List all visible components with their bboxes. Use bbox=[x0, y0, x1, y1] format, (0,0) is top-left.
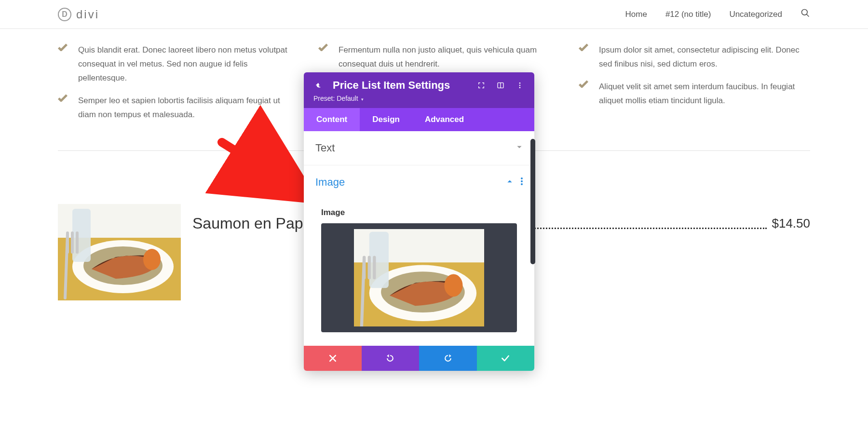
feature-col-3: Ipsum dolor sit amet, consectetur adipis… bbox=[579, 43, 810, 122]
svg-point-11 bbox=[519, 82, 521, 84]
svg-point-0 bbox=[802, 10, 808, 15]
check-icon bbox=[579, 43, 588, 53]
save-button[interactable] bbox=[477, 346, 535, 371]
feature-text: Ipsum dolor sit amet, consectetur adipis… bbox=[599, 43, 810, 71]
dish-title: Saumon en Papil bbox=[192, 215, 310, 232]
feature-col-1: Quis blandit erat. Donec laoreet libero … bbox=[58, 43, 289, 122]
svg-point-21 bbox=[444, 274, 462, 297]
svg-point-14 bbox=[521, 177, 523, 179]
preset-label: Preset: Default bbox=[313, 95, 358, 102]
nav-uncategorized[interactable]: Uncategorized bbox=[729, 10, 782, 19]
feature-text: Fermentum nulla non justo aliquet, quis … bbox=[339, 43, 550, 71]
tab-advanced[interactable]: Advanced bbox=[412, 108, 476, 131]
image-upload-well[interactable] bbox=[321, 223, 517, 332]
svg-point-12 bbox=[519, 85, 521, 86]
dish-price: $14.50 bbox=[772, 216, 810, 231]
feature-text: Quis blandit erat. Donec laoreet libero … bbox=[78, 43, 289, 85]
nav-page-12[interactable]: #12 (no title) bbox=[665, 10, 711, 19]
more-icon[interactable] bbox=[515, 81, 525, 89]
logo-mark-icon: D bbox=[58, 8, 71, 21]
svg-line-1 bbox=[807, 14, 809, 17]
svg-line-8 bbox=[222, 142, 299, 190]
dish-thumbnail bbox=[58, 204, 181, 300]
feature-item: Quis blandit erat. Donec laoreet libero … bbox=[58, 43, 289, 85]
svg-point-6 bbox=[143, 249, 161, 270]
svg-point-16 bbox=[521, 183, 523, 185]
svg-rect-22 bbox=[369, 232, 389, 288]
modal-tabs: Content Design Advanced bbox=[304, 108, 534, 131]
svg-point-13 bbox=[519, 87, 521, 88]
logo-text: divi bbox=[76, 8, 99, 21]
modal-header[interactable]: Price List Item Settings Preset: Default bbox=[304, 72, 534, 108]
nav-home[interactable]: Home bbox=[625, 10, 647, 19]
tab-design[interactable]: Design bbox=[360, 108, 412, 131]
modal-body: Text Image Image bbox=[304, 131, 534, 346]
check-icon bbox=[58, 94, 68, 104]
image-preview bbox=[354, 229, 484, 326]
svg-rect-7 bbox=[72, 209, 91, 262]
focus-mode-icon[interactable] bbox=[476, 81, 486, 89]
feature-item: Aliquet velit sit amet sem interdum fauc… bbox=[579, 80, 810, 108]
section-text[interactable]: Text bbox=[304, 131, 534, 165]
section-options-icon[interactable] bbox=[521, 177, 523, 187]
check-icon bbox=[579, 80, 588, 90]
chevron-down-icon bbox=[516, 144, 523, 152]
section-image[interactable]: Image bbox=[304, 165, 534, 199]
section-text-title: Text bbox=[315, 142, 335, 154]
svg-point-15 bbox=[521, 180, 523, 182]
caret-down-icon bbox=[361, 95, 364, 102]
image-field-label: Image bbox=[321, 208, 517, 217]
feature-text: Semper leo et sapien lobortis facilisis … bbox=[78, 94, 289, 122]
annotation-arrow-icon bbox=[217, 137, 313, 212]
redo-button[interactable] bbox=[419, 346, 477, 371]
undo-button[interactable] bbox=[362, 346, 420, 371]
feature-item: Ipsum dolor sit amet, consectetur adipis… bbox=[579, 43, 810, 71]
settings-modal: Price List Item Settings Preset: Default… bbox=[304, 72, 534, 371]
cancel-button[interactable] bbox=[304, 346, 362, 371]
feature-item: Fermentum nulla non justo aliquet, quis … bbox=[318, 43, 550, 71]
snap-icon[interactable] bbox=[496, 81, 505, 89]
back-icon[interactable] bbox=[313, 81, 323, 89]
section-image-title: Image bbox=[315, 176, 345, 189]
chevron-up-icon bbox=[506, 178, 513, 187]
feature-text: Aliquet velit sit amet sem interdum fauc… bbox=[599, 80, 810, 108]
section-image-body: Image bbox=[304, 199, 534, 346]
tab-content[interactable]: Content bbox=[304, 108, 360, 131]
check-icon bbox=[58, 43, 68, 53]
modal-footer bbox=[304, 346, 534, 371]
check-icon bbox=[318, 43, 328, 53]
site-logo[interactable]: D divi bbox=[58, 8, 99, 21]
search-icon[interactable] bbox=[800, 8, 810, 20]
site-header: D divi Home #12 (no title) Uncategorized bbox=[0, 0, 868, 29]
modal-title: Price List Item Settings bbox=[333, 79, 467, 92]
modal-scrollbar[interactable] bbox=[530, 139, 535, 264]
primary-nav: Home #12 (no title) Uncategorized bbox=[625, 8, 810, 20]
feature-item: Semper leo et sapien lobortis facilisis … bbox=[58, 94, 289, 122]
preset-dropdown[interactable]: Preset: Default bbox=[313, 95, 525, 102]
